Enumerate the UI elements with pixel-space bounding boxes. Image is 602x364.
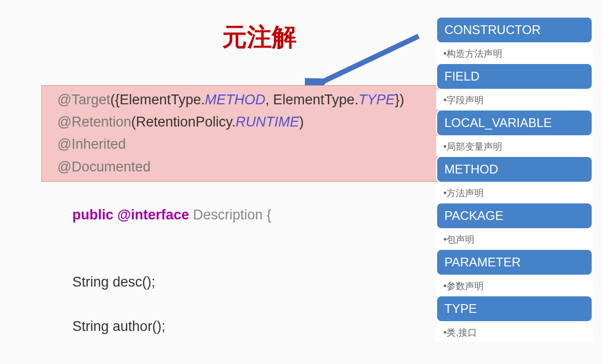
code-line-target: @Target({ElementType.METHOD, ElementType… <box>57 89 428 111</box>
item-desc: 参数声明 <box>436 276 593 295</box>
item-title: CONSTRUCTOR <box>436 17 593 43</box>
list-item: PACKAGE 包声明 <box>436 202 593 249</box>
code-line-desc: String desc(); <box>47 271 439 293</box>
list-item: PARAMETER 参数声明 <box>436 249 593 295</box>
code-line-inherited: @Inherited <box>57 133 428 155</box>
list-item: CONSTRUCTOR 构造方法声明 <box>436 17 593 63</box>
item-desc: 构造方法声明 <box>436 43 593 63</box>
item-desc: 包声明 <box>436 229 593 249</box>
item-desc: 类,接口 <box>436 322 593 342</box>
title-heading: 元注解 <box>222 21 297 54</box>
code-line-age: int age() default 18; <box>47 360 439 364</box>
item-desc: 方法声明 <box>436 183 593 202</box>
item-title: METHOD <box>436 156 593 183</box>
code-line-blank <box>47 338 439 360</box>
svg-line-0 <box>315 36 419 85</box>
item-title: FIELD <box>436 63 593 90</box>
code-line-blank <box>47 248 439 271</box>
list-item: FIELD 字段声明 <box>436 63 593 109</box>
code-line-documented: @Documented <box>57 156 428 178</box>
item-desc: 字段声明 <box>436 90 593 109</box>
arrow-icon <box>305 31 424 93</box>
item-desc: 局部变量声明 <box>436 136 593 156</box>
item-title: PACKAGE <box>436 202 593 229</box>
list-item: TYPE 类,接口 <box>436 295 593 342</box>
code-block: @Target({ElementType.METHOD, ElementType… <box>47 85 439 364</box>
code-line-declaration: public @interface Description { <box>47 182 439 249</box>
code-line-blank <box>47 293 439 315</box>
item-title: LOCAL_VARIABLE <box>436 109 593 136</box>
item-title: PARAMETER <box>436 249 593 276</box>
list-item: LOCAL_VARIABLE 局部变量声明 <box>436 109 593 156</box>
list-item: METHOD 方法声明 <box>436 156 593 202</box>
meta-annotation-highlight: @Target({ElementType.METHOD, ElementType… <box>41 85 439 182</box>
item-title: TYPE <box>436 295 593 322</box>
code-line-author: String author(); <box>47 315 439 338</box>
element-type-list: CONSTRUCTOR 构造方法声明 FIELD 字段声明 LOCAL_VARI… <box>436 17 593 342</box>
code-line-retention: @Retention(RetentionPolicy.RUNTIME) <box>57 111 428 133</box>
